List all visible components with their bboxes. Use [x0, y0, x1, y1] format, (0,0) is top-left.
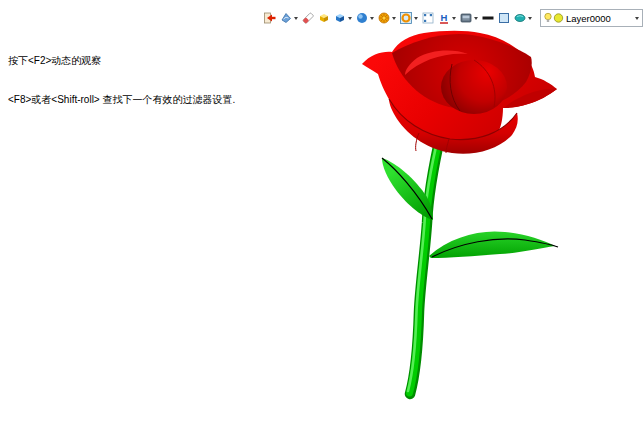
render-mode-icon[interactable] [280, 12, 292, 24]
rose-model[interactable] [362, 31, 558, 394]
cube-3d-dropdown[interactable] [347, 12, 352, 24]
viewport-icon[interactable] [422, 12, 434, 24]
torus-icon[interactable] [400, 12, 412, 24]
svg-text:H: H [441, 12, 448, 23]
display-dropdown[interactable] [473, 12, 478, 24]
torus-dropdown[interactable] [413, 12, 418, 24]
wheel-dropdown[interactable] [391, 12, 396, 24]
rose-leaf-right[interactable] [429, 231, 558, 258]
eraser-icon[interactable] [302, 12, 314, 24]
layer-combobox[interactable]: Layer0000 [540, 9, 643, 27]
lightbulb-icon[interactable] [543, 12, 553, 24]
display-icon[interactable] [460, 12, 472, 24]
sphere-icon[interactable] [356, 12, 368, 24]
prompt-line-1: 按下<F2>动态的观察 [8, 54, 235, 67]
text-style-dropdown[interactable] [451, 12, 456, 24]
rose-stem[interactable] [408, 133, 441, 394]
layer-name: Layer0000 [566, 13, 632, 24]
layer-color-icon[interactable] [553, 12, 564, 24]
prompt-line-2: <F8>或者<Shift-roll> 查找下一个有效的过滤器设置. [8, 93, 235, 106]
material-dropdown[interactable] [527, 12, 532, 24]
rose-flower[interactable] [362, 31, 557, 154]
cad-window: { "app": { "background": "#ffffff" }, "s… [0, 0, 644, 430]
lineweight-icon[interactable] [482, 12, 494, 24]
render-toolbar: H [264, 9, 643, 27]
exit-icon[interactable] [264, 12, 276, 24]
material-icon[interactable] [514, 12, 526, 24]
cube-3d-icon[interactable] [334, 12, 346, 24]
command-prompt-text: 按下<F2>动态的观察 <F8>或者<Shift-roll> 查找下一个有效的过… [8, 28, 235, 119]
wheel-icon[interactable] [378, 12, 390, 24]
sphere-dropdown[interactable] [369, 12, 374, 24]
plane-icon[interactable] [498, 12, 510, 24]
text-style-icon[interactable]: H [438, 12, 450, 24]
box-yellow-icon[interactable] [318, 12, 330, 24]
render-mode-dropdown[interactable] [293, 12, 298, 24]
layer-combo-dropdown[interactable] [632, 11, 642, 25]
